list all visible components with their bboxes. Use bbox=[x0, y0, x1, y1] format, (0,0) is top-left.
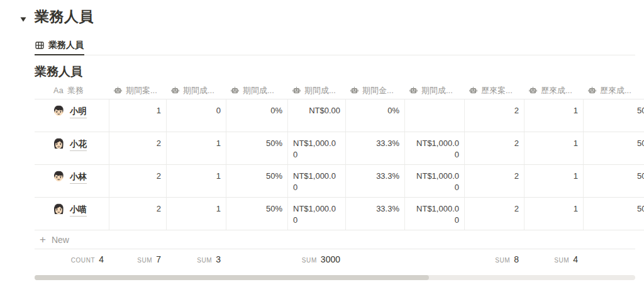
database-table: Aa業務期間案...期間成...期間成...期間成...期間金...期間成...… bbox=[35, 82, 644, 269]
robot-property-icon bbox=[409, 86, 418, 94]
row-name: 小喵 bbox=[70, 204, 87, 217]
table-cell[interactable]: 1 bbox=[524, 99, 583, 132]
horizontal-scrollbar[interactable] bbox=[35, 275, 635, 280]
table-cell[interactable]: 33.3% bbox=[345, 132, 404, 164]
table-cell[interactable]: NT$1,000.00 bbox=[404, 165, 464, 197]
column-header-2[interactable]: 期間成... bbox=[166, 82, 226, 99]
column-header-4[interactable]: 期間成... bbox=[287, 82, 345, 99]
column-header-8[interactable]: 歷來成... bbox=[524, 82, 583, 99]
aggregate-label: SUM bbox=[197, 257, 212, 264]
view-tab-bar: 業務人員 bbox=[35, 37, 635, 55]
table-cell[interactable]: 50% bbox=[583, 132, 644, 164]
table-cell[interactable]: NT$1,000.00 bbox=[404, 198, 464, 230]
table-cell[interactable]: 33.3% bbox=[345, 198, 404, 230]
table-cell[interactable]: 33.3% bbox=[345, 165, 404, 197]
robot-property-icon bbox=[292, 86, 301, 94]
column-header-label: 期間成... bbox=[304, 85, 336, 96]
row-name: 小明 bbox=[70, 106, 87, 118]
table-cell[interactable]: 1 bbox=[166, 165, 226, 197]
table-cell[interactable]: 0% bbox=[226, 99, 287, 132]
table-cell[interactable]: 50% bbox=[583, 165, 644, 197]
table-cell[interactable]: 1 bbox=[109, 99, 166, 132]
table-row: 👩🏻小喵2150%NT$1,000.0033.3%NT$1,000.002150… bbox=[35, 198, 644, 230]
aggregate-label: SUM bbox=[302, 257, 317, 264]
table-cell[interactable]: NT$1,000.00 bbox=[287, 132, 345, 164]
page-title[interactable]: 業務人員 bbox=[35, 8, 644, 26]
aggregate-cell[interactable]: SUM4 bbox=[524, 254, 583, 264]
table-cell[interactable]: 1 bbox=[524, 198, 583, 230]
aggregate-cell[interactable]: SUM3 bbox=[166, 254, 226, 264]
aggregate-row: COUNT4SUM7SUM3SUM3000SUM8SUM4 bbox=[35, 249, 635, 269]
column-header-3[interactable]: 期間成... bbox=[226, 82, 287, 99]
table-cell[interactable]: 1 bbox=[166, 198, 226, 230]
table-cell[interactable]: 0 bbox=[166, 99, 226, 132]
column-header-5[interactable]: 期間金... bbox=[345, 82, 404, 99]
column-header-1[interactable]: 期間案... bbox=[109, 82, 166, 99]
table-cell[interactable]: 50% bbox=[226, 198, 287, 230]
robot-property-icon bbox=[588, 86, 596, 94]
table-cell[interactable]: 1 bbox=[524, 132, 583, 164]
row-name-cell[interactable]: 👦🏻小明 bbox=[35, 99, 109, 132]
robot-property-icon bbox=[114, 86, 122, 94]
table-body: 👦🏻小明100%NT$0.000%2150%👩🏻小花2150%NT$1,000.… bbox=[35, 99, 644, 230]
table-cell[interactable]: 1 bbox=[524, 165, 583, 197]
robot-property-icon bbox=[171, 86, 179, 94]
page: 業務人員 業務人員 業務人員 Aa業務期間案...期間成...期間成...期間成… bbox=[0, 0, 644, 299]
table-cell[interactable]: 0% bbox=[345, 99, 404, 132]
aggregate-cell[interactable]: SUM7 bbox=[109, 254, 166, 264]
view-title[interactable]: 業務人員 bbox=[35, 64, 644, 80]
table-view-icon bbox=[35, 41, 44, 50]
table-cell[interactable]: NT$1,000.00 bbox=[287, 198, 345, 230]
aggregate-cell[interactable]: SUM3000 bbox=[287, 254, 345, 264]
table-row: 👦🏻小明100%NT$0.000%2150% bbox=[35, 99, 644, 132]
table-cell[interactable]: 2 bbox=[109, 198, 166, 230]
table-cell[interactable]: NT$1,000.00 bbox=[404, 132, 464, 164]
aggregate-value: 3000 bbox=[321, 254, 340, 264]
aggregate-label: SUM bbox=[137, 257, 152, 264]
tab-table-view[interactable]: 業務人員 bbox=[35, 37, 84, 55]
page-header: 業務人員 bbox=[0, 0, 644, 28]
aggregate-value: 4 bbox=[573, 254, 578, 264]
table-cell[interactable]: 2 bbox=[464, 132, 524, 164]
toggle-open-icon[interactable] bbox=[19, 14, 27, 22]
column-header-9[interactable]: 歷來成... bbox=[583, 82, 644, 99]
aggregate-label: SUM bbox=[554, 257, 569, 264]
scrollbar-thumb[interactable] bbox=[35, 275, 429, 280]
column-header-label: 歷來案... bbox=[481, 85, 513, 96]
table-cell[interactable]: 2 bbox=[464, 99, 524, 132]
avatar-emoji: 👩🏻 bbox=[53, 204, 65, 214]
table-cell[interactable]: 50% bbox=[583, 99, 644, 132]
table-cell[interactable]: 50% bbox=[226, 132, 287, 164]
row-name-cell[interactable]: 👩🏻小花 bbox=[35, 132, 109, 164]
column-header-label: 歷來成... bbox=[541, 85, 572, 96]
aggregate-value: 3 bbox=[216, 254, 221, 264]
table-cell[interactable]: 2 bbox=[109, 165, 166, 197]
row-name-cell[interactable]: 👦🏻小林 bbox=[35, 165, 109, 197]
new-row-button[interactable]: + New bbox=[35, 230, 635, 249]
aggregate-cell[interactable]: SUM8 bbox=[464, 254, 524, 264]
table-cell[interactable]: NT$0.00 bbox=[287, 99, 345, 132]
table-cell[interactable] bbox=[404, 99, 464, 132]
row-name-cell[interactable]: 👩🏻小喵 bbox=[35, 198, 109, 230]
column-header-7[interactable]: 歷來案... bbox=[464, 82, 524, 99]
robot-property-icon bbox=[529, 86, 537, 94]
table-cell[interactable]: 2 bbox=[109, 132, 166, 164]
table-cell[interactable]: 2 bbox=[464, 165, 524, 197]
column-header-title[interactable]: Aa業務 bbox=[35, 82, 109, 99]
column-header-label: 歷來成... bbox=[600, 85, 631, 96]
table-cell[interactable]: 2 bbox=[464, 198, 524, 230]
avatar-emoji: 👩🏻 bbox=[53, 138, 65, 149]
column-header-label: 期間成... bbox=[421, 85, 453, 96]
table-cell[interactable]: 50% bbox=[226, 165, 287, 197]
table-cell[interactable]: 1 bbox=[166, 132, 226, 164]
column-header-6[interactable]: 期間成... bbox=[404, 82, 464, 99]
plus-icon: + bbox=[40, 235, 46, 244]
text-property-icon: Aa bbox=[53, 86, 64, 95]
aggregate-value: 7 bbox=[156, 254, 161, 264]
table-cell[interactable]: NT$1,000.00 bbox=[287, 165, 345, 197]
robot-property-icon bbox=[231, 86, 239, 94]
table-header-row: Aa業務期間案...期間成...期間成...期間成...期間金...期間成...… bbox=[35, 82, 644, 99]
aggregate-cell[interactable]: COUNT4 bbox=[35, 254, 109, 264]
table-cell[interactable]: 50% bbox=[583, 198, 644, 230]
column-header-label: 期間成... bbox=[243, 85, 274, 96]
